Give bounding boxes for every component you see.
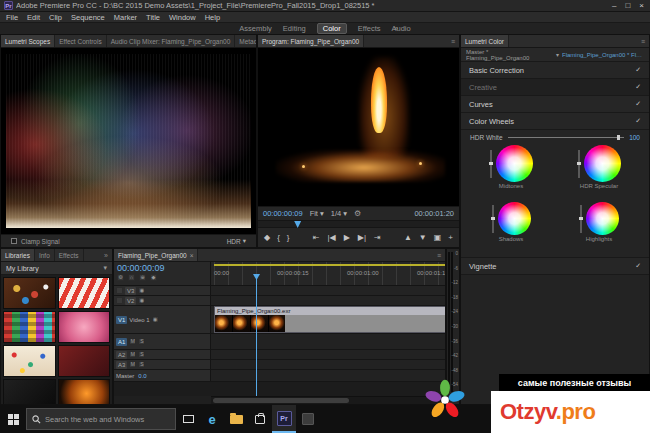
tab-program-monitor[interactable]: Program: Flaming_Pipe_Organ00 bbox=[258, 35, 364, 47]
section-color-wheels[interactable]: Color Wheels ✓ bbox=[461, 113, 649, 130]
solo-button[interactable]: S bbox=[138, 361, 145, 368]
playback-resolution-dropdown[interactable]: 1/4▾ bbox=[331, 209, 347, 218]
master-gain-value[interactable]: 0.0 bbox=[138, 373, 146, 379]
hdr-dropdown[interactable]: HDR ▾ bbox=[227, 237, 246, 245]
lift-button[interactable]: ▲ bbox=[404, 233, 412, 242]
section-creative[interactable]: Creative ✓ bbox=[461, 79, 649, 96]
scrubber-playhead[interactable] bbox=[294, 221, 301, 228]
midtones-luma-slider[interactable] bbox=[490, 150, 492, 178]
section-enabled-check[interactable]: ✓ bbox=[635, 117, 641, 125]
solo-button[interactable]: S bbox=[138, 338, 145, 345]
library-thumbnail[interactable] bbox=[3, 379, 56, 404]
track-a3-chip[interactable]: A3 bbox=[116, 361, 127, 369]
linked-selection-icon[interactable]: ⊕ bbox=[139, 274, 146, 281]
task-view-button[interactable] bbox=[176, 405, 200, 433]
highlights-color-wheel[interactable] bbox=[586, 202, 619, 235]
master-clip-label[interactable]: Master * Flaming_Pipe_Organ00 bbox=[466, 49, 553, 61]
menu-window[interactable]: Window bbox=[169, 13, 196, 22]
hdr-white-slider[interactable] bbox=[508, 137, 625, 138]
menu-title[interactable]: Title bbox=[146, 13, 160, 22]
workspace-assembly[interactable]: Assembly bbox=[239, 24, 272, 33]
workspace-overflow-chevron[interactable]: » bbox=[394, 24, 398, 33]
slider-handle[interactable] bbox=[489, 162, 493, 165]
track-a1-source-chip[interactable]: A1 bbox=[116, 338, 127, 346]
slider-handle[interactable] bbox=[577, 162, 581, 165]
extract-button[interactable]: ▼ bbox=[419, 233, 427, 242]
scrollbar-thumb[interactable] bbox=[213, 398, 349, 403]
zoom-fit-dropdown[interactable]: Fit▾ bbox=[310, 209, 324, 218]
section-curves[interactable]: Curves ✓ bbox=[461, 96, 649, 113]
button-editor-plus[interactable]: + bbox=[448, 233, 453, 242]
mute-button[interactable]: M bbox=[129, 351, 136, 358]
workspace-editing[interactable]: Editing bbox=[283, 24, 306, 33]
timeline-current-timecode[interactable]: 00:00:00:09 bbox=[114, 262, 210, 274]
add-marker-button[interactable]: ◆ bbox=[264, 233, 270, 242]
track-visibility-icon[interactable]: ◉ bbox=[138, 297, 145, 304]
slider-handle[interactable] bbox=[491, 217, 495, 220]
time-ruler[interactable]: 00:00 00:00:00:15 00:00:01:00 00:00:01:1… bbox=[211, 262, 445, 286]
highlights-luma-slider[interactable] bbox=[580, 205, 582, 233]
edge-taskbar-icon[interactable]: e bbox=[200, 405, 224, 433]
slider-handle[interactable] bbox=[617, 135, 620, 140]
menu-sequence[interactable]: Sequence bbox=[71, 13, 105, 22]
track-a2-content[interactable] bbox=[211, 350, 445, 359]
chevron-down-icon[interactable]: ▾ bbox=[556, 51, 559, 58]
minimize-button[interactable]: – bbox=[612, 1, 616, 10]
step-forward-button[interactable]: ▶| bbox=[358, 233, 366, 242]
track-a1-content[interactable] bbox=[211, 334, 445, 349]
snap-icon[interactable]: ∩ bbox=[128, 274, 135, 281]
menu-marker[interactable]: Marker bbox=[114, 13, 137, 22]
sync-lock-icon[interactable] bbox=[116, 287, 123, 294]
app-taskbar-icon[interactable] bbox=[296, 405, 320, 433]
tab-audio-clip-mixer[interactable]: Audio Clip Mixer: Flaming_Pipe_Organ00 bbox=[107, 35, 236, 47]
tab-info[interactable]: Info bbox=[35, 249, 55, 261]
timeline-horizontal-scrollbar[interactable] bbox=[211, 396, 445, 404]
panel-menu-icon[interactable]: ≡ bbox=[637, 35, 649, 47]
tab-libraries[interactable]: Libraries bbox=[1, 249, 35, 261]
workspace-color[interactable]: Color bbox=[317, 23, 347, 34]
track-visibility-icon[interactable]: ◉ bbox=[138, 287, 145, 294]
track-master-content[interactable] bbox=[211, 370, 445, 381]
hdr-white-value[interactable]: 100 bbox=[629, 134, 640, 141]
menu-clip[interactable]: Clip bbox=[49, 13, 62, 22]
menu-edit[interactable]: Edit bbox=[27, 13, 40, 22]
library-thumbnail[interactable] bbox=[58, 311, 111, 343]
section-enabled-check[interactable]: ✓ bbox=[635, 100, 641, 108]
track-v2-content[interactable] bbox=[211, 296, 445, 305]
tab-effects[interactable]: Effects bbox=[55, 249, 84, 261]
shadows-color-wheel[interactable] bbox=[498, 202, 531, 235]
premiere-taskbar-icon[interactable]: Pr bbox=[272, 405, 296, 433]
track-visibility-icon[interactable]: ◉ bbox=[152, 316, 159, 323]
library-select-dropdown[interactable]: My Library ▾ bbox=[1, 262, 112, 275]
clamp-signal-checkbox[interactable] bbox=[11, 238, 17, 244]
mute-button[interactable]: M bbox=[129, 338, 136, 345]
section-vignette[interactable]: Vignette ✓ bbox=[461, 258, 649, 275]
play-button[interactable]: ▶ bbox=[344, 233, 350, 242]
menu-help[interactable]: Help bbox=[205, 13, 220, 22]
workspace-effects[interactable]: Effects bbox=[358, 24, 381, 33]
program-scrubber[interactable] bbox=[258, 220, 459, 228]
slider-handle[interactable] bbox=[579, 217, 583, 220]
mute-button[interactable]: M bbox=[129, 361, 136, 368]
maximize-button[interactable]: □ bbox=[625, 1, 630, 10]
library-thumbnail[interactable] bbox=[3, 345, 56, 377]
panel-menu-icon[interactable]: ≡ bbox=[447, 35, 459, 47]
sync-lock-icon[interactable] bbox=[116, 297, 123, 304]
taskbar-search[interactable] bbox=[26, 408, 176, 430]
start-button[interactable] bbox=[0, 405, 26, 433]
search-input[interactable] bbox=[45, 415, 170, 424]
close-button[interactable]: × bbox=[639, 1, 644, 10]
track-v3-chip[interactable]: V3 bbox=[125, 287, 136, 295]
mark-in-button[interactable]: { bbox=[277, 233, 280, 242]
hdr-specular-color-wheel[interactable] bbox=[584, 145, 621, 182]
store-taskbar-icon[interactable] bbox=[248, 405, 272, 433]
track-a2-chip[interactable]: A2 bbox=[116, 351, 127, 359]
hdr-specular-luma-slider[interactable] bbox=[578, 150, 580, 178]
library-thumbnail[interactable] bbox=[58, 345, 111, 377]
close-icon[interactable]: × bbox=[190, 252, 194, 259]
settings-wrench-icon[interactable]: ⚙ bbox=[354, 209, 361, 218]
track-a3-content[interactable] bbox=[211, 360, 445, 369]
section-enabled-check[interactable]: ✓ bbox=[635, 66, 641, 74]
timeline-settings-icon[interactable]: ⚙ bbox=[117, 274, 124, 281]
library-thumbnail[interactable] bbox=[58, 379, 111, 404]
